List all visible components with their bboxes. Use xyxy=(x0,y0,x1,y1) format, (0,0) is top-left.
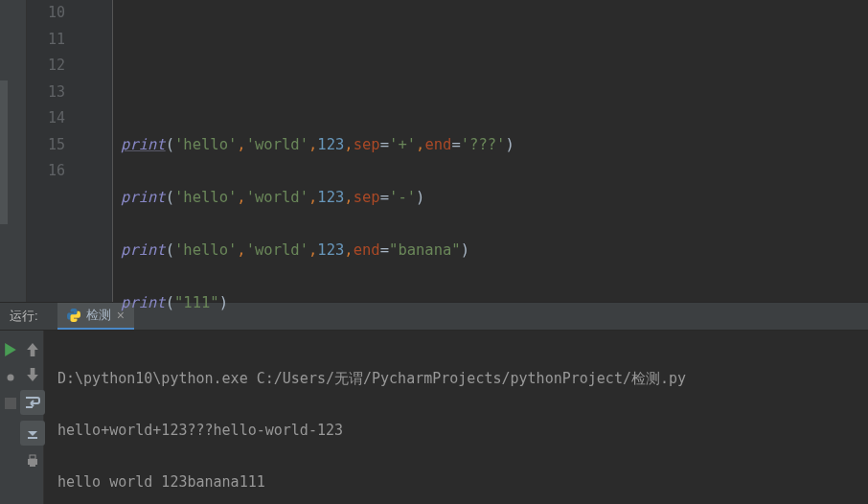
scroll-to-end-button[interactable] xyxy=(20,421,45,446)
python-icon xyxy=(67,309,80,322)
line-number: 16 xyxy=(27,158,65,185)
console-line: hello+world+123???hello-world-123 xyxy=(57,418,855,444)
code-line[interactable] xyxy=(121,27,868,54)
scroll-indicator[interactable] xyxy=(0,80,8,224)
run-button[interactable] xyxy=(1,340,20,359)
code-line[interactable]: print("111") xyxy=(121,290,868,317)
code-line[interactable]: print('hello','world',123,end="banana") xyxy=(121,238,868,264)
soft-wrap-button[interactable] xyxy=(20,390,45,415)
svg-rect-7 xyxy=(30,455,35,459)
gutter-extra xyxy=(75,0,113,302)
line-number: 12 xyxy=(27,53,65,80)
svg-point-0 xyxy=(8,374,14,380)
print-button[interactable] xyxy=(23,451,42,470)
scroll-up-button[interactable] xyxy=(23,340,42,359)
editor-pane: 10 11 12 13 14 15 16 print('hello','worl… xyxy=(0,0,868,302)
left-tool-strip xyxy=(0,0,27,302)
run-tab-label: 检测 xyxy=(86,307,111,324)
run-tool-column-nav xyxy=(21,331,44,504)
run-toolwindow-body: D:\python10\python.exe C:/Users/无谓/Pycha… xyxy=(0,331,868,504)
line-number: 15 xyxy=(27,132,65,159)
scroll-down-button[interactable] xyxy=(23,365,42,384)
line-number: 10 xyxy=(27,0,65,27)
code-area[interactable]: print('hello','world',123,sep='+',end='?… xyxy=(113,0,868,302)
code-line[interactable]: print('hello','world',123,sep='-') xyxy=(121,185,868,212)
code-line[interactable] xyxy=(121,80,868,106)
svg-rect-8 xyxy=(30,463,35,467)
code-line[interactable]: print('hello','world',123,sep='+',end='?… xyxy=(121,132,868,159)
line-number: 13 xyxy=(27,80,65,106)
svg-rect-1 xyxy=(5,398,16,409)
debug-button[interactable] xyxy=(1,367,20,386)
console-line: D:\python10\python.exe C:/Users/无谓/Pycha… xyxy=(57,366,855,392)
stop-button[interactable] xyxy=(1,394,20,413)
line-number: 11 xyxy=(27,27,65,54)
svg-rect-5 xyxy=(28,437,37,439)
line-number: 14 xyxy=(27,105,65,132)
run-tool-column-left xyxy=(0,331,21,504)
console-output[interactable]: D:\python10\python.exe C:/Users/无谓/Pycha… xyxy=(44,331,868,504)
run-label: 运行: xyxy=(10,308,38,325)
line-number-gutter: 10 11 12 13 14 15 16 xyxy=(27,0,75,302)
console-line: hello world 123banana111 xyxy=(57,470,855,495)
